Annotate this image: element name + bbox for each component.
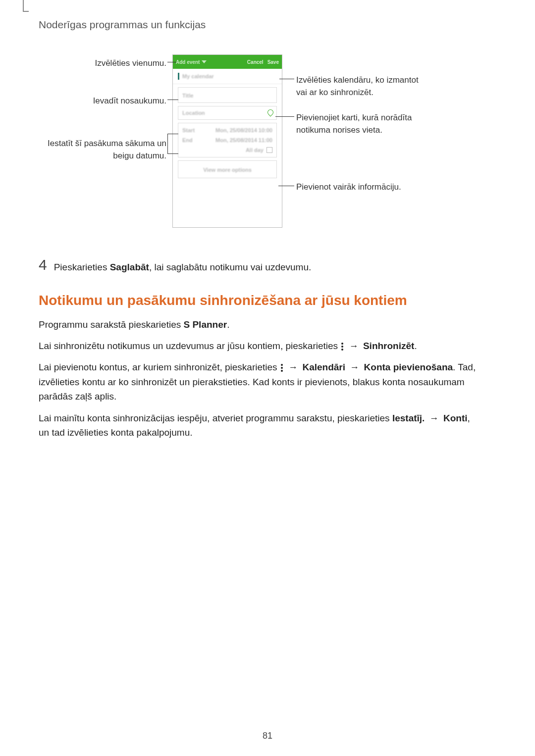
- callout-line: [275, 116, 294, 117]
- section-heading: Notikumu un pasākumu sinhronizēšana ar j…: [39, 293, 480, 308]
- page-corner-mark: [23, 0, 29, 12]
- callout-line: [167, 100, 178, 100]
- add-event-label: Add event: [176, 59, 200, 65]
- paragraph-1: Programmu sarakstā pieskarieties S Plann…: [39, 317, 480, 332]
- allday-checkbox: [267, 147, 272, 153]
- page-number: 81: [0, 731, 535, 741]
- paragraph-4: Lai mainītu konta sinhronizācijas iespēj…: [39, 411, 480, 440]
- title-field: Title: [178, 87, 277, 103]
- step-number: 4: [39, 257, 47, 272]
- more-options-icon: [281, 364, 283, 372]
- start-value: Mon, 25/08/2014 10:00: [215, 127, 272, 133]
- end-label: End: [182, 137, 193, 143]
- save-label: Save: [268, 59, 279, 65]
- callout-line: [167, 153, 178, 154]
- phone-mockup: Add event Cancel Save My calendar Title …: [172, 54, 282, 228]
- location-placeholder: Location: [182, 110, 205, 116]
- callout-attach-map: Pievienojiet karti, kurā norādīta notiku…: [296, 112, 465, 136]
- callout-line: [167, 62, 176, 62]
- phone-titlebar: Add event Cancel Save: [173, 55, 282, 69]
- paragraph-3: Lai pievienotu kontus, ar kuriem sinhron…: [39, 360, 480, 403]
- location-field: Location: [178, 106, 277, 120]
- callout-add-more: Pievienot vairāk informāciju.: [296, 181, 465, 194]
- step-4: 4 Pieskarieties Saglabāt, lai saglabātu …: [39, 257, 480, 275]
- calendar-color-icon: [178, 73, 179, 80]
- body-content: 4 Pieskarieties Saglabāt, lai saglabātu …: [39, 257, 480, 447]
- dates-block: Start Mon, 25/08/2014 10:00 End Mon, 25/…: [178, 123, 277, 157]
- title-placeholder: Title: [182, 93, 193, 99]
- callout-line: [167, 134, 178, 134]
- paragraph-2: Lai sinhronizētu notikumus un uzdevumus …: [39, 339, 480, 353]
- callout-select-calendar: Izvēlēties kalendāru, ko izmantot vai ar…: [296, 74, 465, 99]
- annotated-screenshot: Add event Cancel Save My calendar Title …: [0, 54, 535, 233]
- dropdown-triangle-icon: [202, 60, 207, 63]
- callout-line: [278, 186, 294, 186]
- end-value: Mon, 25/08/2014 11:00: [215, 137, 272, 143]
- callout-select-item: Izvēlēties vienumu.: [0, 57, 166, 70]
- allday-label: All day: [246, 147, 264, 153]
- callout-line: [167, 134, 168, 153]
- more-options-icon: [341, 343, 343, 351]
- cancel-label: Cancel: [247, 59, 264, 65]
- view-more-row: View more options: [178, 160, 277, 178]
- callout-line: [279, 79, 294, 79]
- step-text: Pieskarieties Saglabāt, lai saglabātu no…: [54, 257, 312, 275]
- calendar-row: My calendar: [173, 69, 282, 84]
- view-more-label: View more options: [203, 167, 252, 173]
- location-pin-icon: [268, 109, 272, 116]
- page-header: Noderīgas programmas un funkcijas: [39, 19, 206, 31]
- callout-enter-name: Ievadīt nosaukumu.: [0, 95, 166, 107]
- start-label: Start: [182, 127, 195, 133]
- my-calendar-label: My calendar: [182, 73, 214, 79]
- callout-set-dates: Iestatīt šī pasākuma sākuma un beigu dat…: [0, 138, 166, 162]
